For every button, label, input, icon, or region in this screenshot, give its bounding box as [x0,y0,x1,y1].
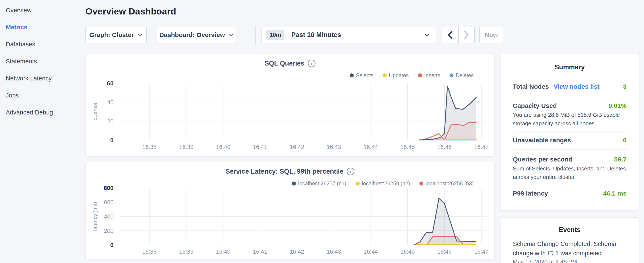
total-nodes-value: 3 [623,83,626,90]
qps-description: Sum of Selects, Updates, Inserts, and De… [513,164,626,181]
svg-text:latency (ms): latency (ms) [92,202,98,231]
sidebar-item-statements[interactable]: Statements [0,53,85,70]
svg-text:16:38: 16:38 [142,248,157,255]
divider [513,149,626,150]
graph-scope-dropdown[interactable]: Graph: Cluster [86,27,147,43]
metrics-page: Overview Metrics Databases Statements Ne… [0,0,644,263]
capacity-value: 0.01% [608,102,626,109]
chevron-right-icon [464,31,469,39]
sidebar-item-network-latency[interactable]: Network Latency [0,70,85,87]
p99-latency-row: P99 latency 46.1 ms [513,190,626,197]
svg-text:queries: queries [92,103,98,120]
summary-panel: Summary Total Nodes View nodes list 3 Ca… [500,54,639,210]
controls-divider [255,26,256,44]
total-nodes-label: Total Nodes [513,83,549,90]
svg-text:16:40: 16:40 [216,144,230,150]
total-nodes-row: Total Nodes View nodes list 3 [513,83,626,90]
divider [513,96,626,96]
qps-row: Queries per second 59.7 [513,156,626,163]
svg-text:0: 0 [110,137,114,144]
svg-text:800: 800 [104,185,114,191]
svg-text:16:45: 16:45 [400,248,415,255]
now-label: Now [485,32,498,39]
sql-queries-card: SQL Queries i SelectsUpdatesInsertsDelet… [86,54,494,157]
divider [513,131,626,132]
svg-text:200: 200 [104,228,114,234]
view-nodes-list-link[interactable]: View nodes list [554,83,599,90]
chart-title: Service Latency: SQL, 99th percentile [226,168,344,175]
events-heading: Events [500,226,639,234]
sidebar: Overview Metrics Databases Statements Ne… [0,0,85,263]
chevron-down-icon [229,34,234,36]
service-latency-chart[interactable]: 16:3816:3916:4016:4116:4216:4316:4416:45… [86,185,495,258]
svg-text:400: 400 [104,213,114,220]
now-button[interactable]: Now [480,27,503,43]
svg-text:16:44: 16:44 [364,144,378,150]
sidebar-item-metrics[interactable]: Metrics [0,19,85,36]
legend-item: Inserts [418,72,440,79]
page-title: Overview Dashboard [86,7,176,17]
step-forward-button[interactable] [458,27,474,43]
events-panel: Events Schema Change Completed: Schema c… [500,217,639,263]
time-range-badge: 10m [266,30,284,40]
legend-item: Selects [350,72,373,79]
svg-text:16:41: 16:41 [253,144,267,150]
svg-text:16:45: 16:45 [400,144,415,150]
sidebar-item-databases[interactable]: Databases [0,36,85,53]
divider [513,185,626,185]
legend-label: Deletes [456,72,474,79]
svg-text:16:43: 16:43 [326,144,341,150]
svg-text:16:41: 16:41 [253,248,267,255]
chevron-left-icon [447,31,453,39]
time-range-dropdown[interactable]: 10m Past 10 Minutes [262,27,436,43]
legend-label: Selects [356,72,373,79]
capacity-label: Capacity Used [513,102,557,109]
capacity-description: You are using 28.6 MiB of 515.9 GiB usab… [513,111,626,128]
dashboard-dropdown[interactable]: Dashboard: Overview [157,27,236,43]
qps-value: 59.7 [614,156,626,163]
svg-text:16:42: 16:42 [290,248,304,255]
svg-text:16:38: 16:38 [142,144,157,150]
svg-text:16:46: 16:46 [437,248,452,255]
legend-dot-icon [383,73,387,78]
chevron-down-icon [424,33,430,37]
legend-dot-icon [450,73,454,78]
step-back-button[interactable] [442,27,458,43]
svg-text:16:43: 16:43 [326,248,341,255]
time-step-buttons [442,27,475,43]
legend-dot-icon [350,73,354,78]
legend-label: Updates [389,72,409,79]
svg-text:16:39: 16:39 [179,144,194,150]
sidebar-item-jobs[interactable]: Jobs [0,87,85,104]
legend-item: Updates [383,72,409,79]
info-icon[interactable]: i [347,168,354,175]
graph-scope-label: Graph: Cluster [89,31,134,39]
legend-item: Deletes [450,72,474,79]
legend-label: Inserts [424,72,440,79]
info-icon[interactable]: i [308,60,316,67]
unavailable-ranges-label: Unavailable ranges [513,137,571,144]
sidebar-item-overview[interactable]: Overview [0,2,85,19]
unavailable-ranges-value: 0 [623,137,626,144]
chart-legend: SelectsUpdatesInsertsDeletes [350,72,474,79]
svg-text:0: 0 [110,242,114,248]
p99-latency-label: P99 latency [513,190,548,197]
svg-text:600: 600 [104,199,114,205]
chevron-down-icon [138,34,143,36]
unavailable-ranges-row: Unavailable ranges 0 [513,137,626,144]
dashboard-label: Dashboard: Overview [159,31,225,39]
svg-text:16:40: 16:40 [216,248,230,255]
svg-text:16:46: 16:46 [437,144,452,150]
svg-text:20: 20 [107,118,114,125]
svg-text:16:44: 16:44 [364,248,378,255]
svg-text:16:42: 16:42 [290,144,304,150]
qps-label: Queries per second [513,156,572,163]
sidebar-item-advanced-debug[interactable]: Advanced Debug [0,104,85,121]
svg-text:16:39: 16:39 [179,248,194,255]
summary-heading: Summary [500,63,639,71]
capacity-row: Capacity Used 0.01% [513,102,626,109]
svg-text:16:47: 16:47 [474,144,488,150]
sql-queries-chart[interactable]: 16:3816:3916:4016:4116:4216:4316:4416:45… [86,80,495,154]
event-message[interactable]: Schema Change Completed: Schema change w… [513,239,626,258]
time-range-label: Past 10 Minutes [291,31,341,39]
